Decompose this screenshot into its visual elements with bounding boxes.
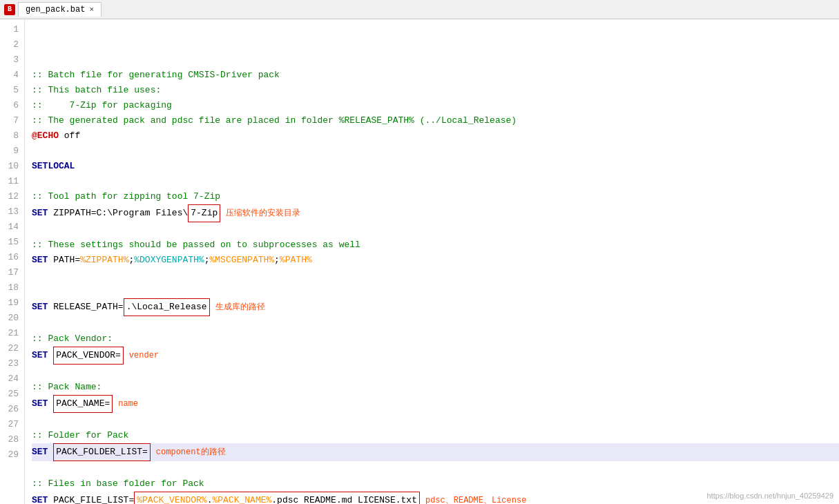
code-line: SET ZIPPATH=C:\Program Files\7-Zip压缩软件的安… xyxy=(32,204,839,222)
file-icon: B xyxy=(4,4,15,15)
set-keyword-path: SET xyxy=(32,253,48,268)
line-number: 3 xyxy=(3,52,19,68)
path-val4: %PATH% xyxy=(280,253,312,268)
zippath-box: 7-Zip xyxy=(188,204,220,222)
set-keyword-name: SET xyxy=(32,396,48,411)
zip-key: ZIPPATH=C:\Program Files\ xyxy=(48,206,188,221)
folder-key xyxy=(48,445,53,460)
vendor-box: PACK_VENDOR= xyxy=(53,347,124,365)
line-number: 21 xyxy=(3,326,19,341)
code-line: :: Files in base folder for Pack xyxy=(32,476,839,492)
line-number: 17 xyxy=(3,265,19,280)
annotation-folder: component的路径 xyxy=(156,445,226,460)
comment-text: :: Tool path for zipping tool 7-Zip xyxy=(32,189,220,204)
code-line: :: 7-Zip for packaging xyxy=(32,98,839,113)
path-key: PATH= xyxy=(48,253,80,268)
line-number: 28 xyxy=(3,432,19,447)
annotation-name: name xyxy=(118,396,138,411)
path-val2: %DOXYGENPATH% xyxy=(134,253,204,268)
annotation-vendor: vender xyxy=(129,348,159,363)
filelist-box: %PACK_VENDOR%.%PACK_NAME%.pdsc README.md… xyxy=(134,492,420,504)
line-number: 24 xyxy=(3,371,19,387)
set-keyword-folder: SET xyxy=(32,445,48,460)
code-line: :: Pack Name: xyxy=(32,380,839,395)
code-line xyxy=(32,316,839,331)
vendor-key xyxy=(48,348,53,363)
line-number: 4 xyxy=(3,68,19,83)
code-content: :: Batch file for generating CMSIS-Drive… xyxy=(25,19,839,504)
comment-text: :: Pack Vendor: xyxy=(32,331,113,347)
line-number: 18 xyxy=(3,280,19,295)
path-sep2: ; xyxy=(204,253,210,268)
line-number: 1 xyxy=(3,22,19,37)
code-line: :: Folder for Pack xyxy=(32,428,839,443)
line-number: 14 xyxy=(3,220,19,235)
line-number: 6 xyxy=(3,98,19,113)
tab-close-button[interactable]: × xyxy=(89,6,94,14)
watermark: https://blog.csdn.net/hnjun_40259429 xyxy=(707,492,833,500)
line-number: 12 xyxy=(3,189,19,204)
code-line: :: Batch file for generating CMSIS-Drive… xyxy=(32,68,839,83)
code-line xyxy=(32,461,839,476)
annotation-filelist: pdsc、README、License xyxy=(425,493,526,504)
line-number: 25 xyxy=(3,387,19,402)
path-val3: %MSCGENPATH% xyxy=(209,253,274,268)
code-line: :: This batch file uses: xyxy=(32,83,839,98)
line-number: 20 xyxy=(3,311,19,326)
line-number: 26 xyxy=(3,402,19,417)
comment-text: :: This batch file uses: xyxy=(32,83,161,98)
line-number: 16 xyxy=(3,250,19,265)
code-line: :: The generated pack and pdsc file are … xyxy=(32,113,839,128)
path-sep1: ; xyxy=(128,253,134,268)
line-number: 29 xyxy=(3,447,19,463)
code-line: SET PACK_NAME=name xyxy=(32,395,839,413)
line-number: 5 xyxy=(3,83,19,98)
line-number: 10 xyxy=(3,159,19,174)
comment-text: :: Files in base folder for Pack xyxy=(32,476,204,492)
code-line: SET PACK_VENDOR=vender xyxy=(32,347,839,365)
code-line: :: Tool path for zipping tool 7-Zip xyxy=(32,189,839,204)
setlocal-keyword: SETLOCAL xyxy=(32,159,75,174)
code-line: SET PATH=%ZIPPATH%;%DOXYGENPATH%;%MSCGEN… xyxy=(32,253,839,268)
path-val1: %ZIPPATH% xyxy=(80,253,128,268)
annotation-release: 生成库的路径 xyxy=(215,300,265,315)
line-number: 2 xyxy=(3,37,19,52)
code-line: SET RELEASE_PATH=.\Local_Release生成库的路径 xyxy=(32,298,839,316)
code-line: @ECHO off xyxy=(32,128,839,144)
title-bar: B gen_pack.bat × xyxy=(0,0,839,19)
filelist-key: PACK_FILE_LIST= xyxy=(48,493,134,504)
annotation-zip: 压缩软件的安装目录 xyxy=(226,206,300,221)
line-number: 15 xyxy=(3,235,19,250)
comment-text: :: These settings should be passed on to… xyxy=(32,238,360,253)
code-line xyxy=(32,268,839,283)
code-line: :: Pack Vendor: xyxy=(32,331,839,347)
comment-text: :: 7-Zip for packaging xyxy=(32,98,172,113)
code-area: 1234567891011121314151617181920212223242… xyxy=(0,19,839,504)
code-line: SETLOCAL xyxy=(32,159,839,174)
line-number: 27 xyxy=(3,417,19,432)
releasepath-box: .\Local_Release xyxy=(124,298,210,316)
line-number: 13 xyxy=(3,204,19,220)
filelist-rest: .pdsc README.md LICENSE.txt xyxy=(271,495,417,504)
line-number: 8 xyxy=(3,128,19,144)
code-line: SET PACK_FOLDER_LIST=component的路径 xyxy=(32,443,839,461)
comment-text: :: Batch file for generating CMSIS-Drive… xyxy=(32,68,280,83)
comment-text: :: Pack Name: xyxy=(32,380,102,395)
set-keyword-vendor: SET xyxy=(32,348,48,363)
echo-value: off xyxy=(59,128,80,144)
code-line xyxy=(32,365,839,380)
code-line xyxy=(32,174,839,189)
file-tab[interactable]: gen_pack.bat × xyxy=(18,2,102,17)
name-key xyxy=(48,396,53,411)
name-box: PACK_NAME= xyxy=(53,395,113,413)
release-key: RELEASE_PATH= xyxy=(48,300,123,315)
code-line xyxy=(32,222,839,238)
at-echo: @ECHO xyxy=(32,128,59,144)
set-keyword-release: SET xyxy=(32,300,48,315)
code-line xyxy=(32,144,839,159)
line-number: 19 xyxy=(3,295,19,311)
path-sep3: ; xyxy=(274,253,280,268)
comment-text: :: The generated pack and pdsc file are … xyxy=(32,113,517,128)
set-keyword-filelist: SET xyxy=(32,493,48,504)
tab-filename: gen_pack.bat xyxy=(26,5,85,14)
